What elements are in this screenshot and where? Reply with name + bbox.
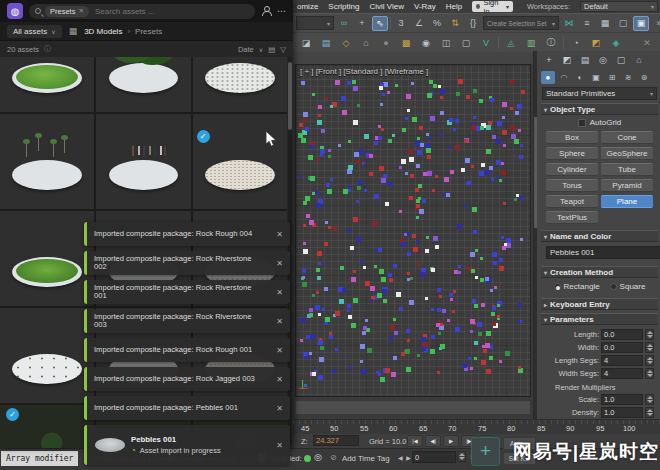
close-icon[interactable]: ✕ bbox=[269, 230, 290, 239]
mirror-tool-icon[interactable]: ◪ bbox=[298, 35, 314, 50]
grid-view-icon[interactable]: ▦ bbox=[69, 26, 78, 36]
curve-editor-icon[interactable]: ◉ bbox=[418, 35, 434, 50]
spinner[interactable] bbox=[645, 355, 654, 366]
align-icon[interactable]: ≡ bbox=[579, 16, 595, 31]
lights-category-icon[interactable]: ◐ bbox=[573, 71, 587, 84]
width-field[interactable]: 0.0 bbox=[601, 342, 643, 353]
info-icon[interactable]: ⓘ bbox=[44, 44, 51, 54]
track-bar[interactable]: 45 50 55 60 65 70 75 80 85 90 95 100 bbox=[293, 419, 660, 434]
rollout-header[interactable]: ▾Name and Color bbox=[541, 230, 658, 242]
filter-icon[interactable]: ▽ bbox=[280, 45, 286, 54]
named-selection-sets-icon[interactable]: {} bbox=[465, 16, 481, 31]
menu-customize[interactable]: omize bbox=[297, 2, 318, 11]
bridge-logo-icon[interactable]: ◍ bbox=[7, 3, 23, 19]
previous-frame-button[interactable]: ◀| bbox=[425, 435, 441, 447]
render-production-icon[interactable]: ◔ bbox=[568, 35, 584, 50]
rectangle-radio[interactable]: Rectangle bbox=[554, 282, 600, 291]
percent-snap-icon[interactable]: % bbox=[429, 16, 445, 31]
modify-tab[interactable]: ◩ bbox=[559, 53, 575, 67]
density-field[interactable]: 1.0 bbox=[601, 407, 643, 418]
textplus-button[interactable]: TextPlus bbox=[546, 211, 598, 224]
ribbon-toggle-icon[interactable]: ▢ bbox=[615, 16, 631, 31]
shapes-category-icon[interactable]: ◠ bbox=[557, 71, 571, 84]
scale-field[interactable]: 1.0 bbox=[601, 394, 643, 405]
spinner[interactable] bbox=[645, 342, 654, 353]
all-assets-dropdown[interactable]: All assets∨ bbox=[7, 25, 62, 38]
create-tab[interactable]: + bbox=[541, 53, 557, 67]
asset-thumbnail-pebbles[interactable]: ✓ bbox=[193, 114, 287, 209]
select-and-move-icon[interactable]: + bbox=[354, 16, 370, 31]
more-menu-icon[interactable]: ⋯ bbox=[277, 6, 286, 16]
torus-button[interactable]: Torus bbox=[546, 179, 598, 192]
vray-icon[interactable]: V bbox=[478, 35, 494, 50]
menu-scripting[interactable]: Scripting bbox=[328, 2, 359, 11]
box-button[interactable]: Box bbox=[546, 131, 598, 144]
breadcrumb-root[interactable]: 3D Models bbox=[84, 27, 122, 36]
add-button[interactable]: + bbox=[471, 437, 500, 466]
spinner[interactable] bbox=[645, 329, 654, 340]
render-iterative-icon[interactable]: ◩ bbox=[588, 35, 604, 50]
asset-thumbnail-trees[interactable] bbox=[96, 57, 190, 112]
search-input[interactable] bbox=[93, 6, 249, 17]
enabled-indicator[interactable] bbox=[304, 455, 311, 462]
close-icon[interactable]: ✕ bbox=[78, 7, 83, 15]
play-button[interactable]: ▶ bbox=[443, 435, 459, 447]
material-editor-icon[interactable]: ▣ bbox=[633, 16, 649, 31]
search-bar[interactable]: Presets✕ bbox=[29, 4, 255, 19]
length-segs-field[interactable]: 4 bbox=[601, 355, 643, 366]
close-icon[interactable]: ✕ bbox=[269, 259, 290, 268]
info-icon[interactable]: ⓘ bbox=[543, 35, 559, 50]
hierarchy-tab[interactable]: ▤ bbox=[577, 53, 593, 67]
material-sphere-icon[interactable]: ● bbox=[378, 35, 394, 50]
square-radio[interactable]: Square bbox=[610, 282, 646, 291]
spinner[interactable] bbox=[645, 368, 654, 379]
select-and-link-icon[interactable]: ∞ bbox=[336, 16, 352, 31]
command-panel-scrollbar[interactable] bbox=[534, 51, 537, 420]
rollout-header[interactable]: ▾Object Type bbox=[541, 103, 658, 115]
layer-list-icon[interactable]: ▥ bbox=[523, 35, 539, 50]
sign-in-button[interactable]: Sign In ▾ bbox=[472, 1, 513, 12]
search-filter-chip[interactable]: Presets✕ bbox=[45, 6, 89, 17]
spinner[interactable] bbox=[645, 394, 654, 405]
display-tab[interactable]: ▢ bbox=[613, 53, 629, 67]
time-slider[interactable] bbox=[295, 400, 531, 415]
asset-thumbnail-people[interactable] bbox=[96, 114, 190, 209]
asset-thumbnail-rocks[interactable] bbox=[193, 57, 287, 112]
rollout-header[interactable]: ▾Parameters bbox=[541, 313, 658, 325]
menu-help[interactable]: Help bbox=[446, 2, 462, 11]
viewport-label[interactable]: [ + ] [Front ] [Standard ] [Wireframe ] bbox=[300, 67, 428, 76]
current-frame-field[interactable] bbox=[412, 451, 456, 463]
asset-thumbnail-palms[interactable] bbox=[0, 114, 94, 209]
cloud-render-icon[interactable]: ◈ bbox=[608, 35, 624, 50]
close-icon[interactable]: ✕ bbox=[269, 404, 290, 413]
pan-hand-icon[interactable]: ◇ bbox=[338, 35, 354, 50]
sphere-button[interactable]: Sphere bbox=[546, 147, 598, 160]
list-view-icon[interactable]: ▤ bbox=[268, 45, 275, 54]
asset-thumbnail-bush[interactable]: ✓ bbox=[0, 405, 94, 448]
cameras-category-icon[interactable]: ▣ bbox=[589, 71, 603, 84]
select-object-icon[interactable]: ⇖ bbox=[372, 16, 388, 31]
helpers-category-icon[interactable]: ⊞ bbox=[605, 71, 619, 84]
cone-button[interactable]: Cone bbox=[601, 131, 653, 144]
autogrid-checkbox[interactable] bbox=[578, 119, 586, 127]
utilities-tab[interactable]: ⌂ bbox=[631, 53, 647, 67]
angle-snap-icon[interactable]: ∠ bbox=[411, 16, 427, 31]
sort-by-label[interactable]: Date bbox=[238, 45, 254, 54]
rollout-header[interactable]: ▾Creation Method bbox=[541, 266, 658, 278]
mirror-icon[interactable]: ⋈ bbox=[561, 16, 577, 31]
schematic-view-icon[interactable]: ▤ bbox=[318, 35, 334, 50]
plane-button[interactable]: Plane bbox=[601, 195, 653, 208]
menu-civil-view[interactable]: Civil View bbox=[369, 2, 404, 11]
key-mode-icon[interactable]: ◀ ▶ bbox=[398, 454, 412, 461]
object-name-field[interactable] bbox=[546, 246, 660, 259]
selection-filter-dropdown[interactable]: ▾ bbox=[296, 16, 334, 30]
teapot-button[interactable]: Teapot bbox=[546, 195, 598, 208]
account-icon[interactable] bbox=[261, 6, 271, 16]
environment-icon[interactable]: ⌂ bbox=[358, 35, 374, 50]
cylinder-button[interactable]: Cylinder bbox=[546, 163, 598, 176]
snaps-toggle-icon[interactable]: 3 bbox=[393, 16, 409, 31]
z-coordinate-field[interactable] bbox=[313, 435, 359, 446]
asset-thumbnail-scatter-plants[interactable] bbox=[0, 308, 94, 403]
render-setup-icon[interactable]: ◫ bbox=[438, 35, 454, 50]
systems-category-icon[interactable]: ⊛ bbox=[637, 71, 651, 84]
